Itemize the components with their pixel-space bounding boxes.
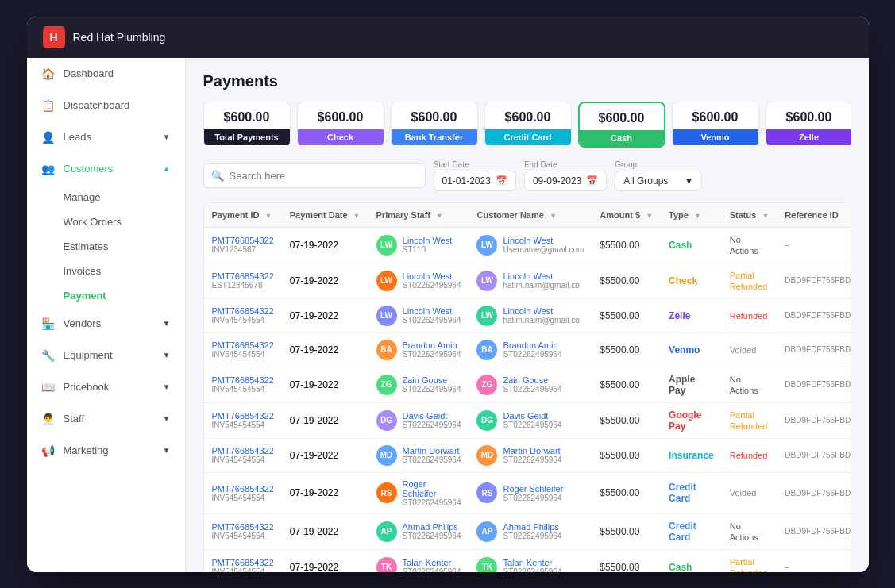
cell-date: 07-19-2022 bbox=[282, 472, 368, 513]
cell-type: Check bbox=[661, 263, 722, 298]
cell-payment-id: PMT766854322 INV545454554 bbox=[204, 513, 282, 549]
sidebar-item-marketing[interactable]: 📢 Marketing ▼ bbox=[27, 435, 185, 467]
cell-date: 07-19-2022 bbox=[282, 549, 368, 572]
sidebar-item-equipment[interactable]: 🔧 Equipment ▼ bbox=[27, 340, 185, 371]
card-amount: $600.00 bbox=[392, 102, 477, 129]
avatar: RS bbox=[376, 482, 397, 503]
payment-card-zelle[interactable]: $600.00 Zelle bbox=[766, 102, 851, 148]
payment-card-bank[interactable]: $600.00 Bank Transfer bbox=[391, 102, 478, 148]
col-type[interactable]: Type ▼ bbox=[661, 203, 722, 228]
search-icon: 🔍 bbox=[211, 170, 224, 182]
chevron-icon: ▼ bbox=[163, 133, 171, 141]
cell-staff: LW Lincoln West ST02262495964 bbox=[368, 298, 469, 332]
sidebar-item-label: Equipment bbox=[64, 349, 113, 361]
cell-staff: TK Talan Kenter ST02262495964 bbox=[368, 549, 469, 572]
payments-table: Payment ID ▼ Payment Date ▼ Primary Staf… bbox=[204, 203, 851, 572]
pricebook-icon: 📖 bbox=[41, 380, 56, 394]
cell-type: Cash bbox=[661, 227, 722, 263]
group-label: Group bbox=[615, 160, 702, 169]
cell-amount: $5500.00 bbox=[592, 402, 661, 438]
col-payment-id[interactable]: Payment ID ▼ bbox=[204, 203, 282, 228]
col-payment-date[interactable]: Payment Date ▼ bbox=[282, 203, 368, 228]
payment-card-cash[interactable]: $600.00 Cash bbox=[578, 102, 665, 148]
sidebar-item-estimates[interactable]: Estimates bbox=[64, 234, 185, 259]
end-date-input[interactable]: 09-09-2023 📅 bbox=[524, 171, 607, 191]
col-customer-name[interactable]: Customer Name ▼ bbox=[469, 203, 592, 228]
avatar: LW bbox=[376, 271, 397, 291]
start-date-input[interactable]: 01-01-2023 📅 bbox=[434, 171, 516, 191]
cell-staff: DG Davis Geidt ST02262495964 bbox=[368, 402, 469, 438]
group-filter: Group All Groups ▼ bbox=[615, 160, 702, 191]
cell-reference-id: – bbox=[777, 549, 851, 572]
sidebar-item-customers[interactable]: 👥 Customers ▲ bbox=[27, 153, 185, 185]
calendar-icon: 📅 bbox=[496, 175, 507, 186]
table-row: PMT766854322 INV545454554 07-19-2022 RS … bbox=[204, 472, 851, 513]
table-row: PMT766854322 INV545454554 07-19-2022 ZG … bbox=[204, 367, 851, 402]
equipment-icon: 🔧 bbox=[41, 348, 56, 363]
col-status[interactable]: Status ▼ bbox=[722, 203, 777, 228]
cell-reference-id: DBD9FDF756FBD5F bbox=[777, 332, 851, 367]
sidebar-item-label: Customers bbox=[64, 163, 114, 175]
payment-card-total[interactable]: $600.00 Total Payments bbox=[203, 102, 291, 148]
cell-customer: TK Talan Kenter ST02262495964 bbox=[469, 549, 592, 572]
cell-status: Refunded bbox=[722, 298, 777, 332]
avatar: LW bbox=[376, 235, 397, 256]
cell-amount: $5500.00 bbox=[592, 472, 661, 513]
avatar: MD bbox=[376, 445, 397, 466]
cell-amount: $5500.00 bbox=[592, 263, 661, 298]
sidebar-item-label: Staff bbox=[64, 413, 85, 425]
sidebar-item-dashboard[interactable]: 🏠 Dashboard bbox=[27, 58, 185, 90]
cell-date: 07-19-2022 bbox=[282, 263, 368, 298]
cell-type: Credit Card bbox=[661, 513, 722, 549]
customers-submenu: Manage Work Orders Estimates Invoices Pa… bbox=[27, 185, 185, 308]
card-label: Venmo bbox=[673, 129, 758, 145]
chevron-icon: ▼ bbox=[163, 382, 171, 391]
sidebar-item-staff[interactable]: 👨‍💼 Staff ▼ bbox=[27, 403, 185, 435]
payment-card-credit[interactable]: $600.00 Credit Card bbox=[484, 102, 572, 148]
cell-type: Credit Card bbox=[661, 472, 722, 513]
cell-staff: RS Roger Schleifer ST02262495964 bbox=[368, 472, 469, 513]
table-row: PMT766854322 INV545454554 07-19-2022 TK … bbox=[204, 549, 851, 572]
sidebar-item-workorders[interactable]: Work Orders bbox=[64, 209, 185, 234]
search-input[interactable] bbox=[203, 163, 426, 188]
end-date-value: 09-09-2023 bbox=[533, 175, 581, 186]
sidebar-item-label: Marketing bbox=[64, 444, 109, 456]
sidebar-item-label: Leads bbox=[64, 131, 91, 143]
cell-date: 07-19-2022 bbox=[282, 332, 368, 367]
cell-status: Partial Refunded bbox=[722, 402, 777, 438]
avatar: ZG bbox=[376, 375, 397, 395]
sidebar-item-label: Dashboard bbox=[64, 67, 114, 79]
cell-type: Insurance bbox=[661, 438, 722, 472]
payment-card-check[interactable]: $600.00 Check bbox=[297, 102, 384, 148]
cell-amount: $5500.00 bbox=[592, 332, 661, 367]
sidebar-item-label: Dispatchboard bbox=[64, 99, 130, 111]
card-amount: $600.00 bbox=[766, 102, 851, 129]
group-select[interactable]: All Groups ▼ bbox=[615, 171, 702, 191]
avatar: AP bbox=[376, 521, 397, 542]
sidebar-item-leads[interactable]: 👤 Leads ▼ bbox=[27, 121, 185, 153]
cell-status: No Actions bbox=[722, 227, 777, 263]
cell-status: Refunded bbox=[722, 438, 777, 472]
col-primary-staff[interactable]: Primary Staff ▼ bbox=[368, 203, 469, 228]
cell-status: Partial Refunded bbox=[722, 263, 777, 298]
avatar: LW bbox=[376, 306, 397, 326]
sidebar-item-pricebook[interactable]: 📖 Pricebook ▼ bbox=[27, 371, 185, 403]
avatar: LW bbox=[476, 235, 497, 256]
payment-card-venmo[interactable]: $600.00 Venmo bbox=[672, 102, 759, 148]
sidebar-item-invoices[interactable]: Invoices bbox=[64, 259, 185, 283]
calendar-icon: 📅 bbox=[586, 175, 598, 186]
cell-status: No Actions bbox=[722, 513, 777, 549]
sidebar-item-manage[interactable]: Manage bbox=[64, 185, 185, 209]
col-amount[interactable]: Amount $ ▼ bbox=[592, 203, 661, 228]
sidebar-item-vendors[interactable]: 🏪 Vendors ▼ bbox=[27, 308, 185, 340]
cell-amount: $5500.00 bbox=[592, 438, 661, 472]
chevron-icon: ▼ bbox=[163, 446, 171, 455]
cell-customer: AP Ahmad Philips ST02262495964 bbox=[469, 513, 592, 549]
sidebar-item-payment[interactable]: Payment bbox=[64, 283, 185, 308]
vendors-icon: 🏪 bbox=[41, 317, 56, 331]
sidebar-item-dispatchboard[interactable]: 📋 Dispatchboard bbox=[27, 90, 185, 121]
group-value: All Groups bbox=[623, 175, 668, 186]
cell-amount: $5500.00 bbox=[592, 227, 661, 263]
cell-payment-id: PMT766854322 INV545454554 bbox=[204, 549, 282, 572]
avatar: ZG bbox=[476, 375, 497, 395]
